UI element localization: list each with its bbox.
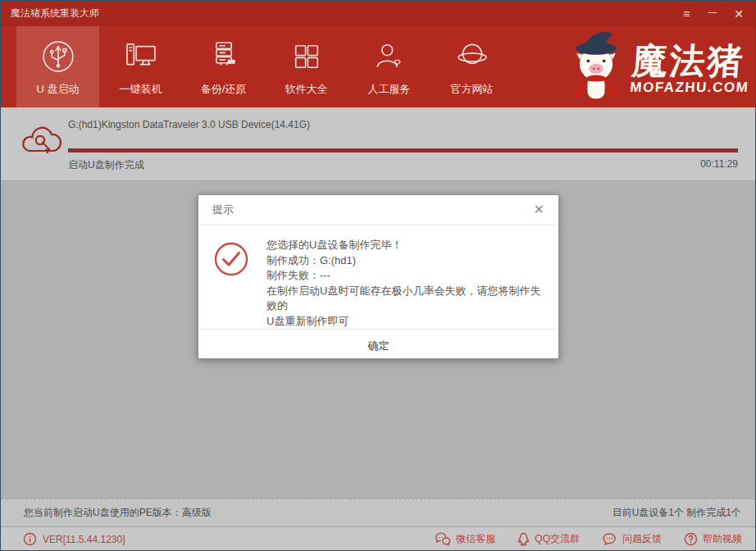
- pig-mascot-icon: [561, 28, 631, 110]
- brand-logo: 魔法猪 MOFAZHU.COM: [561, 28, 750, 110]
- nav-tab-label: U 盘启动: [37, 82, 80, 97]
- nav-tab-usb-boot[interactable]: U 盘启动: [16, 26, 99, 107]
- window-controls: ≡ ─ ✕: [680, 8, 745, 20]
- globe-icon: [454, 37, 490, 75]
- footer-links: 微信客服 QQ交流群: [435, 532, 742, 546]
- menu-icon[interactable]: ≡: [680, 8, 693, 20]
- progress-status-text: 启动U盘制作完成: [68, 158, 144, 172]
- info-icon: [23, 532, 37, 546]
- nav-tab-one-key-install[interactable]: 一键装机: [99, 26, 182, 107]
- nav-tab-label: 官方网站: [451, 82, 494, 97]
- nav-tab-label: 人工服务: [368, 82, 411, 97]
- nav-tab-software[interactable]: 软件大全: [265, 26, 348, 107]
- dialog-line: 制作成功：G:(hd1): [266, 253, 544, 269]
- close-icon[interactable]: ✕: [732, 8, 745, 20]
- dialog-message: 您选择的U盘设备制作完毕！ 制作成功：G:(hd1) 制作失败：--- 在制作启…: [266, 238, 544, 329]
- dialog-body: 您选择的U盘设备制作完毕！ 制作成功：G:(hd1) 制作失败：--- 在制作启…: [198, 225, 558, 329]
- apps-grid-icon: [289, 37, 325, 75]
- feedback-link[interactable]: 问题反馈: [602, 532, 662, 546]
- help-icon: [684, 532, 698, 546]
- server-icon: [206, 37, 242, 75]
- footer-link-label: 微信客服: [456, 532, 495, 546]
- nav-tab-support[interactable]: 人工服务: [348, 26, 430, 107]
- dialog-line: 在制作启动U盘时可能存在极小几率会失败，请您将制作失败的: [266, 284, 544, 314]
- wechat-support-link[interactable]: 微信客服: [435, 532, 495, 546]
- nav-tab-label: 一键装机: [120, 82, 162, 97]
- elapsed-time: 00:11:29: [700, 158, 738, 170]
- dialog-header: 提示 ✕: [198, 195, 558, 225]
- app-window: 魔法猪系统重装大师 ≡ ─ ✕ U 盘启动: [0, 0, 756, 551]
- dialog-line: 制作失败：---: [266, 268, 544, 284]
- help-video-link[interactable]: 帮助视频: [684, 532, 742, 546]
- minimize-icon[interactable]: ─: [706, 7, 719, 18]
- nav-tab-label: 备份/还原: [201, 82, 247, 97]
- confirm-button[interactable]: 确定: [344, 335, 414, 357]
- pe-version-text: 您当前制作启动U盘使用的PE版本：高级版: [24, 506, 212, 520]
- nav-tab-website[interactable]: 官方网站: [430, 26, 513, 107]
- cloud-cursor-icon: [18, 121, 66, 166]
- feedback-bubble-icon: [602, 532, 617, 546]
- progress-bar: [68, 148, 738, 153]
- version-info: VER[11.5.44.1230]: [23, 532, 125, 546]
- wechat-icon: [435, 532, 451, 546]
- check-circle-icon: [213, 241, 249, 329]
- prompt-dialog: 提示 ✕ 您选择的U盘设备制作完毕！ 制作成功：G:(hd1) 制作失败：---…: [198, 194, 559, 359]
- footer-link-label: 帮助视频: [703, 532, 742, 546]
- footer-bar: VER[11.5.44.1230] 微信客服: [1, 526, 755, 551]
- nav-tab-backup-restore[interactable]: 备份/还原: [182, 26, 265, 107]
- main-nav: U 盘启动 一键装机: [1, 26, 755, 107]
- qq-group-link[interactable]: QQ交流群: [517, 532, 580, 546]
- version-label: VER[11.5.44.1230]: [43, 534, 125, 545]
- qq-icon: [517, 532, 530, 546]
- titlebar: 魔法猪系统重装大师 ≡ ─ ✕: [1, 1, 755, 26]
- brand-name: 魔法猪: [631, 43, 752, 79]
- footer-link-label: QQ交流群: [535, 532, 580, 546]
- dialog-close-icon[interactable]: ✕: [534, 203, 544, 216]
- dialog-line: U盘重新制作即可: [266, 314, 544, 330]
- usb-icon: [40, 37, 76, 75]
- dialog-line: 您选择的U盘设备制作完毕！: [266, 238, 544, 253]
- footer-link-label: 问题反馈: [622, 532, 662, 546]
- device-count-text: 目前U盘设备1个 制作完成1个: [613, 506, 741, 520]
- progress-bar-fill: [68, 148, 738, 153]
- computer-icon: [123, 37, 159, 75]
- brand-domain: MOFAZHU.COM: [630, 80, 749, 94]
- progress-strip: G:(hd1)Kingston DataTraveler 3.0 USB Dev…: [1, 107, 755, 181]
- person-icon: [371, 37, 408, 75]
- window-title: 魔法猪系统重装大师: [11, 7, 99, 20]
- device-label: G:(hd1)Kingston DataTraveler 3.0 USB Dev…: [68, 119, 310, 130]
- dialog-footer: 确定: [198, 329, 558, 362]
- status-bar: 您当前制作启动U盘使用的PE版本：高级版 目前U盘设备1个 制作完成1个: [1, 499, 755, 526]
- dialog-title: 提示: [212, 203, 234, 217]
- nav-tab-label: 软件大全: [285, 82, 328, 97]
